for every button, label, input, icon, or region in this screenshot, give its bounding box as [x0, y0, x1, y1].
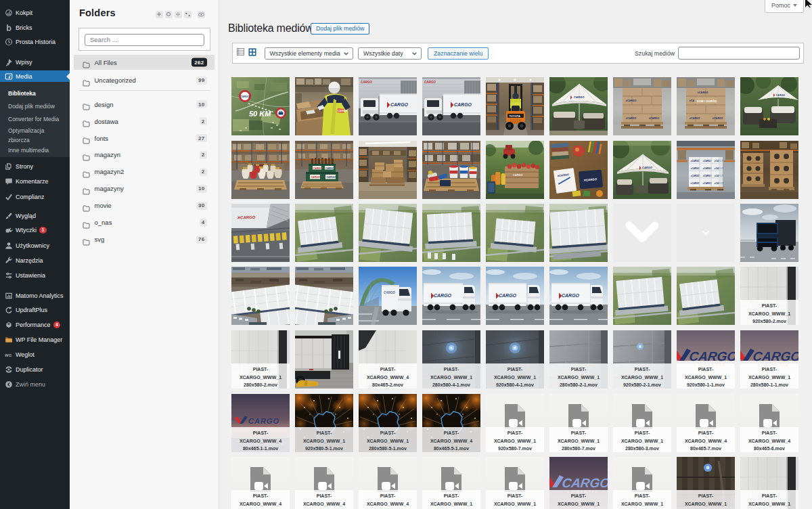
svg-text:CARGO: CARGO [776, 94, 786, 97]
svg-text:CARGO: CARGO [311, 176, 321, 179]
svg-text:50 KM: 50 KM [249, 110, 271, 118]
svg-text:✕CARGO: ✕CARGO [237, 215, 256, 220]
svg-text:✕CARGO: ✕CARGO [702, 182, 712, 185]
svg-text:✕CARGO: ✕CARGO [690, 167, 700, 170]
svg-text:CARGO: CARGO [384, 291, 395, 294]
svg-text:CARGO: CARGO [361, 81, 372, 84]
svg-text:✕CARGO: ✕CARGO [690, 175, 700, 177]
svg-text:CARGO: CARGO [248, 417, 279, 425]
svg-text:CARGO: CARGO [327, 176, 336, 179]
svg-text:CARGO: CARGO [313, 167, 322, 170]
svg-text:CARGO: CARGO [240, 95, 250, 98]
svg-text:CARGO: CARGO [338, 110, 347, 112]
svg-text:✕CARGO: ✕CARGO [690, 160, 700, 162]
svg-text:✕CARGO: ✕CARGO [712, 117, 723, 120]
svg-text:CARGO: CARGO [499, 293, 517, 298]
svg-text:✕CARGO: ✕CARGO [689, 117, 700, 120]
svg-text:CARGO: CARGO [454, 102, 472, 107]
svg-text:✕CARGO: ✕CARGO [702, 160, 712, 162]
svg-text:CARGO: CARGO [390, 102, 409, 107]
svg-text:✕CARGO: ✕CARGO [702, 167, 712, 170]
svg-text:CARGO: CARGO [434, 293, 452, 298]
svg-text:✕CARGO: ✕CARGO [702, 175, 712, 177]
svg-text:CARGO: CARGO [513, 174, 522, 177]
svg-text:CARGO: CARGO [688, 349, 735, 363]
svg-text:✕CARGO: ✕CARGO [697, 91, 708, 94]
svg-text:WG: WG [5, 353, 12, 357]
svg-text:CARGO: CARGO [642, 166, 653, 169]
svg-text:CARGO: CARGO [561, 476, 608, 490]
svg-text:TOYOTA: TOYOTA [510, 114, 520, 118]
svg-text:✕CARGO: ✕CARGO [648, 117, 660, 120]
svg-text:CARGO: CARGO [325, 167, 334, 170]
svg-text:✕CARGO: ✕CARGO [690, 182, 700, 185]
svg-text:CARGO: CARGO [424, 81, 436, 84]
svg-text:CARGO: CARGO [574, 95, 585, 99]
svg-text:CARGO: CARGO [562, 293, 580, 298]
svg-text:✕CARGO: ✕CARGO [625, 99, 637, 102]
svg-text:CARGO: CARGO [752, 349, 798, 363]
svg-text:✕CARGO: ✕CARGO [625, 117, 637, 120]
svg-text:DOM I OGRÓD: DOM I OGRÓD [697, 99, 717, 103]
